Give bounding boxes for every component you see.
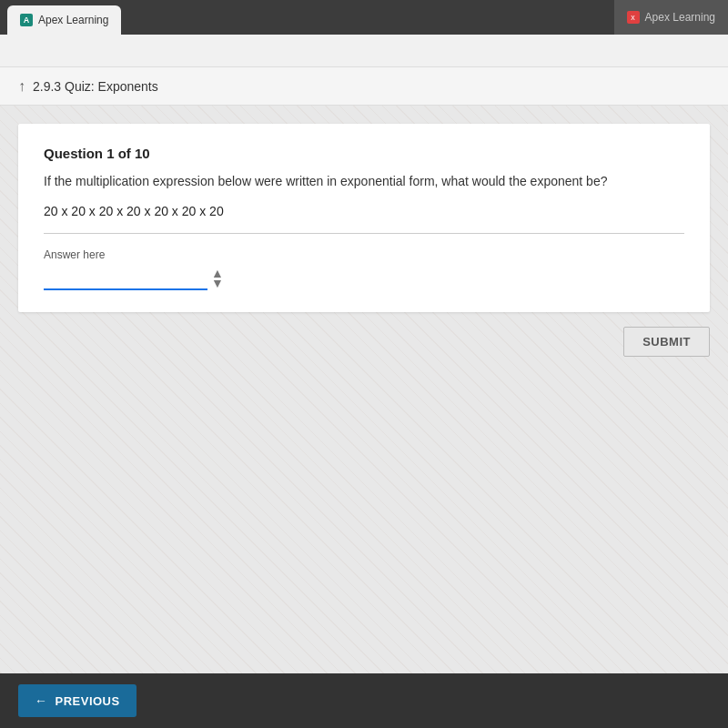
secondary-tab-favicon: x [627,11,640,24]
answer-input-wrapper: ▲ ▼ [44,267,244,290]
spinner-icon[interactable]: ▲ ▼ [211,268,224,288]
answer-label: Answer here [44,248,684,261]
math-expression: 20 x 20 x 20 x 20 x 20 x 20 x 20 [44,204,684,218]
bottom-bar: ← PREVIOUS [0,673,728,728]
submit-area: SUBMIT [0,316,728,368]
secondary-tab-label: Apex Learning [645,11,715,24]
previous-button[interactable]: ← PREVIOUS [18,684,136,717]
submit-button[interactable]: SUBMIT [623,327,710,357]
breadcrumb-text: 2.9.3 Quiz: Exponents [33,79,158,94]
question-header: Question 1 of 10 [44,146,684,161]
browser-chrome: A Apex Learning x Apex Learning [0,0,728,35]
tab-favicon: A [20,14,33,26]
previous-button-label: PREVIOUS [56,694,120,708]
active-tab-label: Apex Learning [38,14,108,26]
secondary-tab[interactable]: x Apex Learning [614,0,728,35]
breadcrumb-icon: ↑ [18,78,25,95]
address-bar [0,35,728,67]
arrow-left-icon: ← [35,693,48,708]
content-card: Question 1 of 10 If the multiplication e… [18,124,710,312]
answer-input[interactable] [44,267,207,290]
active-tab[interactable]: A Apex Learning [7,5,121,35]
main-content: Question 1 of 10 If the multiplication e… [0,106,728,728]
question-text: If the multiplication expression below w… [44,172,684,191]
breadcrumb-bar: ↑ 2.9.3 Quiz: Exponents [0,67,728,106]
divider [44,233,684,234]
